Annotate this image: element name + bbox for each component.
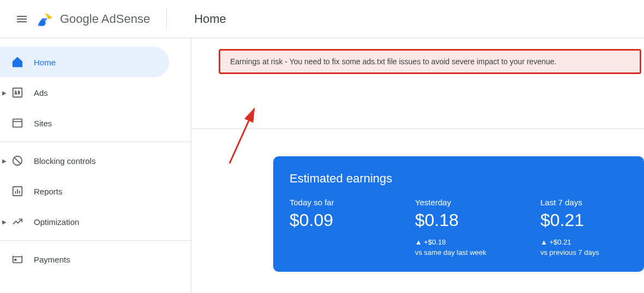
main-content: Earnings at risk - You need to fix some …	[191, 38, 644, 293]
sidebar-item-label: Blocking controls	[34, 156, 95, 166]
earnings-compare: vs same day last week	[415, 248, 502, 257]
reports-icon	[11, 185, 24, 198]
earnings-title: Estimated earnings	[290, 172, 628, 186]
menu-toggle-button[interactable]	[11, 8, 33, 30]
earnings-value: $0.21	[540, 210, 628, 230]
sidebar-item-label: Sites	[34, 119, 52, 128]
home-icon	[11, 56, 24, 69]
sidebar-item-ads[interactable]: ▶ Ads	[0, 77, 191, 108]
sidebar-item-label: Ads	[34, 88, 48, 97]
svg-rect-1	[13, 88, 22, 97]
svg-point-11	[15, 259, 16, 261]
sidebar-nav: Home ▶ Ads Sites ▶ Bl	[0, 38, 191, 293]
sidebar-item-label: Optimization	[34, 217, 79, 227]
caret-right-icon: ▶	[2, 219, 7, 225]
optimization-icon	[11, 215, 24, 228]
earnings-value: $0.18	[415, 210, 502, 230]
annotation-arrow-icon	[224, 103, 268, 169]
hamburger-icon	[15, 13, 28, 26]
earnings-compare: vs previous 7 days	[540, 248, 628, 257]
sidebar-item-label: Home	[34, 58, 56, 67]
page-title: Home	[194, 12, 226, 26]
sidebar-item-blocking[interactable]: ▶ Blocking controls	[0, 145, 191, 176]
earnings-yesterday: Yesterday $0.18 ▲ +$0.18 vs same day las…	[415, 198, 502, 257]
payments-icon	[11, 253, 24, 266]
sites-icon	[11, 117, 24, 130]
caret-right-icon: ▶	[2, 158, 7, 164]
earnings-delta: ▲ +$0.21	[540, 238, 628, 246]
adsense-logo-icon	[38, 10, 56, 28]
earnings-delta: ▲ +$0.18	[415, 238, 502, 246]
sidebar-item-home[interactable]: Home	[0, 47, 169, 77]
earnings-today: Today so far $0.09	[290, 198, 377, 257]
sidebar-item-reports[interactable]: Reports	[0, 176, 191, 206]
brand-text: Google AdSense	[60, 12, 150, 26]
svg-line-15	[230, 109, 254, 163]
ads-icon	[11, 86, 24, 99]
content-divider	[191, 129, 644, 129]
product-logo[interactable]: Google AdSense	[38, 10, 150, 28]
earnings-label: Last 7 days	[540, 198, 628, 207]
sidebar-item-label: Reports	[34, 187, 63, 196]
earnings-week: Last 7 days $0.21 ▲ +$0.21 vs previous 7…	[540, 198, 628, 257]
sidebar-item-optimization[interactable]: ▶ Optimization	[0, 206, 191, 237]
earnings-label: Yesterday	[415, 198, 502, 207]
svg-rect-2	[13, 119, 22, 127]
earnings-value: $0.09	[290, 210, 377, 230]
header-divider	[166, 8, 167, 30]
caret-right-icon: ▶	[2, 90, 7, 96]
alert-banner[interactable]: Earnings at risk - You need to fix some …	[219, 49, 641, 74]
svg-line-5	[14, 157, 21, 164]
sidebar-item-payments[interactable]: Payments	[0, 244, 191, 274]
alert-text: Earnings at risk - You need to fix some …	[230, 57, 556, 66]
earnings-card: Estimated earnings Today so far $0.09 Ye…	[273, 156, 644, 272]
block-icon	[11, 154, 24, 167]
app-header: Google AdSense Home	[0, 0, 644, 38]
earnings-label: Today so far	[290, 198, 377, 207]
sidebar-item-label: Payments	[34, 255, 70, 264]
sidebar-item-sites[interactable]: Sites	[0, 108, 191, 138]
